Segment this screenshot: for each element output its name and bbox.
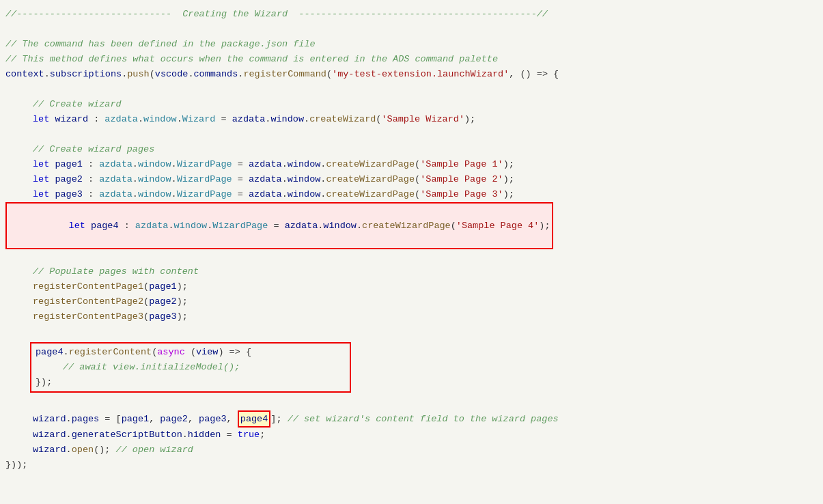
page4-inline-highlight: page4 — [238, 410, 271, 428]
line-let-wizard: let wizard : azdata.window.Wizard = azda… — [5, 112, 809, 127]
line-comment1: // The command has been defined in the p… — [5, 37, 809, 52]
line-await: // await view.initializeModel(); — [36, 360, 346, 375]
line-register1: registerContentPage1(page1); — [5, 279, 809, 294]
line-blank6 — [5, 395, 809, 410]
line-blank5 — [5, 324, 809, 339]
line-separator: //---------------------------- Creating … — [5, 7, 809, 22]
line-let-page3: let page3 : azdata.window.WizardPage = a… — [5, 187, 809, 202]
register-content-block: page4.registerContent(async (view) => { … — [30, 342, 351, 393]
line-register3: registerContentPage3(page3); — [5, 309, 809, 324]
line-wizard-pages: wizard.pages = [page1, page2, page3, pag… — [5, 410, 809, 428]
line-blank2 — [5, 82, 809, 97]
line-comment-populate: // Populate pages with content — [5, 264, 809, 279]
line-close-context: })); — [5, 458, 809, 473]
line-wizard-open: wizard.open(); // open wizard — [5, 443, 809, 458]
line-comment2: // This method defines what occurs when … — [5, 52, 809, 67]
line-close-register: }); — [36, 375, 346, 390]
line-wizard-generate: wizard.generateScriptButton.hidden = tru… — [5, 428, 809, 443]
line-let-page4-highlighted: let page4 : azdata.window.WizardPage = a… — [5, 202, 809, 249]
line-context: context.subscriptions.push(vscode.comman… — [5, 67, 809, 82]
line-comment-create-pages: // Create wizard pages — [5, 142, 809, 157]
line-register2: registerContentPage2(page2); — [5, 294, 809, 309]
line-register-content-open: page4.registerContent(async (view) => { — [36, 345, 346, 360]
line-blank3 — [5, 127, 809, 142]
line-let-page1: let page1 : azdata.window.WizardPage = a… — [5, 157, 809, 172]
code-container: //---------------------------- Creating … — [0, 0, 823, 504]
line-let-page2: let page2 : azdata.window.WizardPage = a… — [5, 172, 809, 187]
line-comment-create-wizard: // Create wizard — [5, 97, 809, 112]
line-blank — [5, 22, 809, 37]
line-blank4 — [5, 249, 809, 264]
